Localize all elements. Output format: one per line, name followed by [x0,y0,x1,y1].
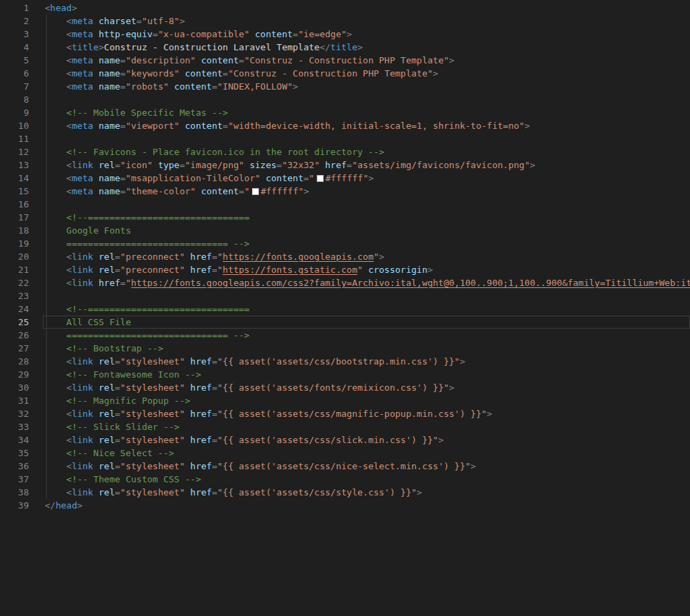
code-line[interactable]: 15 <meta name="theme-color" content="#ff… [0,185,690,198]
code-line[interactable]: 14 <meta name="msapplication-TileColor" … [0,172,690,185]
code-line[interactable]: 31 <!-- Magnific Popup --> [0,394,690,407]
code-line[interactable]: 20 <link rel="preconnect" href="https://… [0,250,690,263]
line-number[interactable]: 22 [0,276,29,289]
line-number[interactable]: 30 [0,381,29,394]
punctuation-token: > [487,409,492,419]
code-line[interactable]: 30 <link rel="stylesheet" href="{{ asset… [0,381,690,394]
code-line[interactable]: 36 <link rel="stylesheet" href="{{ asset… [0,460,690,473]
line-number[interactable]: 17 [0,211,29,224]
text-token [260,173,266,183]
line-number[interactable]: 36 [0,460,29,473]
line-number[interactable]: 16 [0,198,29,211]
code-editor[interactable]: 1<head>2 <meta charset="utf-8">3 <meta h… [0,0,690,616]
color-swatch[interactable] [317,175,324,182]
line-number[interactable]: 3 [0,28,29,41]
line-number[interactable]: 6 [0,67,29,80]
code-line[interactable]: 12 <!-- Favicons - Place favicon.ico in … [0,145,690,158]
code-line[interactable]: 26 ============================== --> [0,329,690,342]
code-line[interactable]: 33 <!-- Slick Slider --> [0,420,690,433]
line-number[interactable]: 10 [0,119,29,132]
code-line[interactable]: 39</head> [0,499,690,512]
code-line[interactable]: 3 <meta http-equiv="x-ua-compatible" con… [0,28,690,41]
punctuation-token: </ [320,42,331,52]
code-line[interactable]: 16 [0,198,690,211]
attribute-token: rel [98,409,114,419]
line-number[interactable]: 37 [0,473,29,486]
line-number[interactable]: 18 [0,224,29,237]
code-line[interactable]: 1<head> [0,1,690,14]
code-line[interactable]: 8 [0,93,690,106]
line-number[interactable]: 15 [0,185,29,198]
line-number[interactable]: 14 [0,172,29,185]
code-line[interactable]: 17 <!--============================== [0,211,690,224]
code-line[interactable]: 24 <!--============================== [0,302,690,316]
line-number[interactable]: 39 [0,499,29,512]
comment-token: <!-- Fontawesome Icon --> [66,369,201,380]
code-text: <!-- Favicons - Place favicon.ico in the… [29,145,384,158]
line-number[interactable]: 35 [0,446,29,460]
line-number[interactable]: 26 [0,329,29,342]
line-number[interactable]: 12 [0,145,29,158]
code-line[interactable]: 13 <link rel="icon" type="image/png" siz… [0,158,690,172]
line-number[interactable]: 7 [0,80,29,93]
line-number[interactable]: 32 [0,407,29,420]
color-swatch[interactable] [252,188,259,195]
line-number[interactable]: 2 [0,14,29,28]
code-text: <!--============================== [29,302,249,316]
code-line[interactable]: 11 [0,132,690,145]
code-text: <link rel="stylesheet" href="{{ asset('a… [29,355,466,368]
comment-token: <!--============================== [66,304,249,314]
code-line[interactable]: 28 <link rel="stylesheet" href="{{ asset… [0,355,690,368]
code-line[interactable]: 27 <!-- Bootstrap --> [0,342,690,355]
line-number[interactable]: 11 [0,132,29,145]
line-number[interactable]: 28 [0,355,29,368]
attribute-token: rel [98,265,114,275]
tag-token: link [72,160,93,170]
string-token: "INDEX,FOLLOW" [218,81,293,92]
tag-token: link [72,382,93,393]
line-number[interactable]: 21 [0,263,29,276]
code-line[interactable]: 9 <!-- Mobile Specific Metas --> [0,106,690,119]
line-number[interactable]: 5 [0,54,29,67]
code-line[interactable]: 29 <!-- Fontawesome Icon --> [0,368,690,381]
line-number[interactable]: 38 [0,486,29,499]
code-line-active[interactable]: 25 All CSS File [0,316,690,329]
code-line[interactable]: 38 <link rel="stylesheet" href="{{ asset… [0,486,690,499]
code-line[interactable]: 35 <!-- Nice Select --> [0,446,690,460]
code-line[interactable]: 37 <!-- Theme Custom CSS --> [0,473,690,486]
line-number[interactable]: 1 [0,1,29,14]
line-number[interactable]: 20 [0,250,29,263]
code-line[interactable]: 22 <link href="https://fonts.googleapis.… [0,276,690,289]
code-line[interactable]: 18 Google Fonts [0,224,690,237]
code-line[interactable]: 19 ============================== --> [0,237,690,250]
line-number[interactable]: 23 [0,289,29,302]
line-number[interactable]: 27 [0,342,29,355]
line-number[interactable]: 19 [0,237,29,250]
line-number[interactable]: 31 [0,394,29,407]
code-text: ============================== --> [29,237,249,250]
line-number[interactable]: 24 [0,302,29,316]
line-number[interactable]: 8 [0,93,29,106]
line-number[interactable]: 34 [0,433,29,446]
line-number[interactable]: 13 [0,158,29,172]
code-line[interactable]: 6 <meta name="keywords" content="Constru… [0,67,690,80]
code-line[interactable]: 2 <meta charset="utf-8"> [0,14,690,28]
tag-token: head [56,500,77,511]
line-number[interactable]: 4 [0,41,29,54]
code-text: <link rel="stylesheet" href="{{ asset('a… [29,381,454,394]
code-line[interactable]: 21 <link rel="preconnect" href="https://… [0,263,690,276]
code-line[interactable]: 32 <link rel="stylesheet" href="{{ asset… [0,407,690,420]
code-line[interactable]: 5 <meta name="description" content="Cons… [0,54,690,67]
line-number[interactable]: 29 [0,368,29,381]
tag-token: meta [72,16,93,26]
code-line[interactable]: 10 <meta name="viewport" content="width=… [0,119,690,132]
code-line[interactable]: 23 [0,289,690,302]
code-line[interactable]: 4 <title>Construz - Construction Laravel… [0,41,690,54]
code-line[interactable]: 7 <meta name="robots" content="INDEX,FOL… [0,80,690,93]
line-number[interactable]: 9 [0,106,29,119]
punctuation-token: < [66,160,72,170]
code-text: <link href="https://fonts.googleapis.com… [29,276,690,289]
code-line[interactable]: 34 <link rel="stylesheet" href="{{ asset… [0,433,690,446]
line-number[interactable]: 33 [0,420,29,433]
line-number[interactable]: 25 [0,316,29,329]
